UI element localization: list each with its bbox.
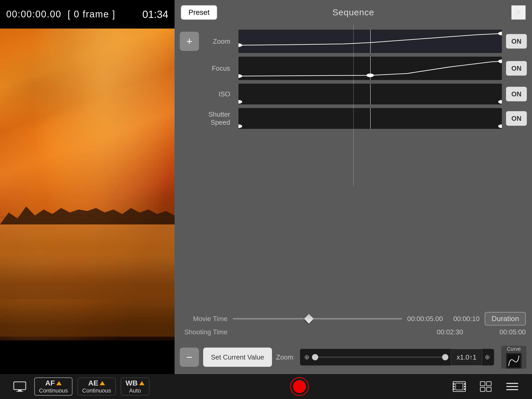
svg-point-7 — [498, 100, 502, 104]
wb-btn-top: WB — [125, 379, 144, 387]
af-button[interactable]: AF Continuous — [34, 377, 72, 396]
curve-button[interactable]: Curve — [501, 345, 527, 369]
iso-track-label: ISO — [199, 90, 230, 98]
svg-rect-18 — [464, 383, 466, 385]
grid-button[interactable] — [476, 377, 495, 396]
track-row-zoom: + Zoom ON — [175, 28, 532, 55]
svg-rect-24 — [480, 387, 485, 391]
monitor-button[interactable] — [10, 377, 29, 396]
ae-button[interactable]: AE Continuous — [78, 378, 115, 395]
shutter-track-graph[interactable] — [238, 108, 502, 129]
iso-track-graph[interactable] — [238, 84, 502, 104]
zoom-on-button[interactable]: ON — [506, 34, 527, 49]
shooting-time-track — [233, 328, 432, 336]
treeline — [0, 195, 175, 224]
menu-button[interactable] — [503, 377, 522, 396]
shooting-time-row: Shooting Time 00:02:30 00:05:00 — [181, 328, 526, 336]
timecode-display: 00:00:00.00 [ 0 frame ] — [6, 9, 115, 20]
record-inner — [293, 380, 306, 393]
sequence-title: Sequence — [332, 7, 374, 17]
preview-top-bar: 00:00:00.00 [ 0 frame ] 01:34 — [0, 0, 175, 29]
shooting-time-right: 00:05:00 — [500, 328, 526, 336]
focus-on-button[interactable]: ON — [506, 61, 527, 76]
svg-point-9 — [498, 124, 502, 128]
zoom-right-thumb[interactable] — [442, 354, 448, 360]
focus-track-label: Focus — [199, 64, 230, 72]
svg-rect-16 — [453, 386, 455, 387]
right-panel: Preset Sequence × + Zoom ON — [175, 0, 532, 374]
svg-rect-11 — [14, 382, 26, 390]
curve-label: Curve — [507, 346, 521, 352]
track-row-focus: Focus ON — [175, 55, 532, 82]
preview-bottom-bar — [0, 340, 175, 374]
toolbar-right — [450, 377, 522, 396]
movie-time-label: Movie Time — [181, 315, 233, 323]
horizon — [0, 217, 175, 217]
svg-point-6 — [238, 100, 242, 104]
svg-point-4 — [367, 74, 374, 77]
toolbar-left: AF Continuous AE Continuous WB Auto — [10, 377, 149, 396]
track-row-iso: ISO ON — [175, 82, 532, 106]
ae-indicator — [100, 381, 105, 385]
close-button[interactable]: × — [511, 5, 526, 20]
wb-sub: Auto — [129, 387, 141, 394]
shutter-playhead — [370, 108, 371, 129]
preset-button[interactable]: Preset — [181, 5, 217, 20]
iso-on-button[interactable]: ON — [506, 87, 527, 101]
bottom-toolbar: AF Continuous AE Continuous WB Auto — [0, 374, 532, 399]
ae-btn-top: AE — [88, 379, 105, 387]
shooting-time-mid: 00:02:30 — [437, 328, 463, 336]
svg-rect-19 — [464, 386, 466, 387]
sequence-header: Preset Sequence × — [175, 0, 532, 25]
movie-time-right: 00:00:10 — [453, 315, 480, 323]
svg-rect-15 — [453, 383, 455, 385]
svg-rect-0 — [238, 30, 502, 53]
zoom-slider-track[interactable] — [312, 357, 448, 358]
movie-time-row: Movie Time 00:00:05.00 00:00:10 Duration — [181, 312, 526, 325]
svg-rect-20 — [464, 388, 466, 390]
movie-time-bar — [233, 318, 402, 320]
movie-time-thumb[interactable] — [304, 314, 314, 324]
toolbar-center — [290, 377, 309, 396]
shutter-on-button[interactable]: ON — [506, 111, 527, 126]
svg-point-8 — [238, 124, 242, 128]
minus-button[interactable]: − — [180, 348, 199, 367]
zoom-track-graph[interactable] — [238, 30, 502, 53]
focus-track-graph[interactable] — [238, 57, 502, 80]
wb-button[interactable]: WB Auto — [121, 378, 149, 395]
record-button[interactable] — [290, 377, 309, 396]
filmstrip-button[interactable] — [450, 377, 469, 396]
camera-preview: 00:00:00.00 [ 0 frame ] 01:34 — [0, 0, 175, 374]
ae-label: AE — [88, 379, 98, 387]
zoom-slider[interactable]: ⊕ x1.0↑1 ⊕ — [300, 349, 494, 365]
svg-rect-21 — [456, 383, 463, 390]
timeline-section: Movie Time 00:00:05.00 00:00:10 Duration… — [175, 307, 532, 340]
movie-time-track[interactable] — [233, 315, 402, 323]
shooting-time-label: Shooting Time — [181, 328, 233, 336]
zoom-control-label: Zoom — [276, 353, 293, 361]
svg-rect-17 — [453, 388, 455, 390]
zoom-left-thumb[interactable] — [312, 354, 318, 360]
time-right: 01:34 — [142, 9, 168, 20]
svg-point-5 — [498, 59, 502, 63]
svg-rect-25 — [487, 387, 491, 391]
curve-icon — [506, 353, 522, 369]
set-current-value-button[interactable]: Set Current Value — [203, 348, 272, 367]
ae-sub: Continuous — [82, 387, 111, 394]
zoom-playhead — [370, 30, 371, 53]
add-button[interactable]: + — [180, 32, 199, 51]
cloud-layer — [0, 19, 175, 187]
duration-button[interactable]: Duration — [485, 312, 526, 325]
focus-playhead — [370, 57, 371, 80]
movie-time-mid: 00:00:05.00 — [407, 315, 443, 323]
wb-label: WB — [125, 379, 138, 387]
af-sub: Continuous — [39, 387, 68, 394]
bottom-control-bar: − Set Current Value Zoom ⊕ x1.0↑1 ⊕ Curv… — [175, 340, 532, 374]
af-indicator — [56, 381, 62, 385]
shutter-track-label: ShutterSpeed — [199, 110, 230, 127]
svg-rect-23 — [487, 382, 491, 386]
zoom-slider-left-icon: ⊕ — [304, 354, 309, 361]
iso-playhead — [370, 84, 371, 104]
af-label: AF — [45, 379, 55, 387]
track-row-shutter: ShutterSpeed ON — [175, 107, 532, 130]
